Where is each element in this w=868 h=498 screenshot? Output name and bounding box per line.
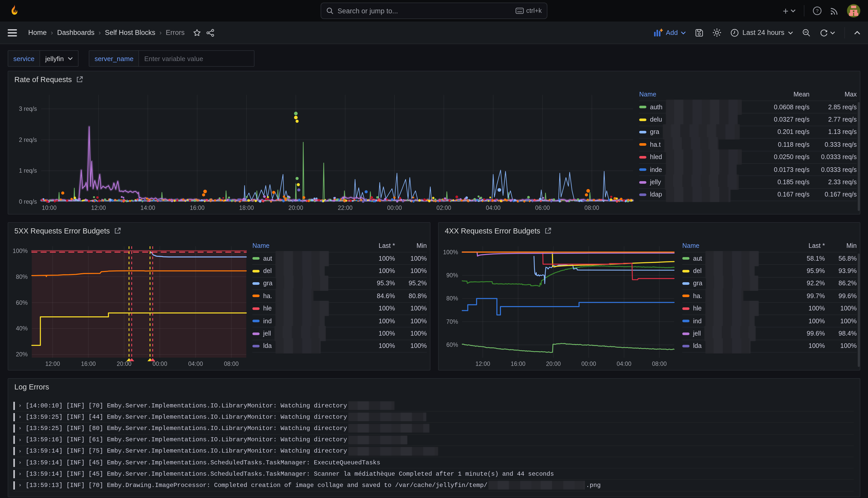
log-row[interactable]: › [14:00:10] [INF] [70] Emby.Server.Impl… [13, 400, 854, 411]
divider [844, 27, 845, 38]
series-name: hle [693, 305, 702, 312]
top-nav: Search or jump to... ctrl+k + ? [0, 0, 868, 22]
log-row[interactable]: › [13:59:16] [INF] [61] Emby.Server.Impl… [13, 434, 854, 446]
series-max-value: 0.0333 req/s [810, 166, 857, 173]
breadcrumb-home[interactable]: Home [28, 29, 47, 37]
expand-log-chevron-icon[interactable]: › [18, 403, 22, 408]
log-level-bar [13, 436, 15, 444]
search-input[interactable]: Search or jump to... ctrl+k [321, 3, 547, 19]
chevron-up-icon [854, 30, 860, 35]
panel-header[interactable]: Rate of Requests [8, 71, 860, 88]
legend-header: Name Mean Max [639, 88, 857, 101]
expand-log-chevron-icon[interactable]: › [18, 483, 22, 488]
log-row[interactable]: › [13:59:25] [INF] [80] Emby.Server.Impl… [13, 423, 854, 434]
expand-log-chevron-icon[interactable]: › [18, 414, 22, 420]
external-link-icon[interactable] [76, 76, 83, 83]
legend-header-name[interactable]: Name [639, 91, 755, 98]
series-name: delu [650, 116, 662, 123]
server-name-variable-input[interactable] [139, 50, 254, 67]
legend-header-min[interactable]: Min [825, 242, 857, 249]
legend-header-name[interactable]: Name [682, 242, 788, 249]
service-variable-label: service [8, 50, 40, 67]
series-color-swatch [639, 143, 646, 146]
log-message: [13:59:14] [INF] [75] Emby.Server.Implem… [26, 448, 347, 455]
legend-header-name[interactable]: Name [252, 242, 358, 249]
share-button[interactable] [206, 28, 214, 37]
expand-log-chevron-icon[interactable]: › [18, 460, 22, 466]
series-last-value: 84.6% [358, 292, 395, 300]
grafana-logo-icon[interactable] [8, 4, 21, 17]
panel-header[interactable]: 4XX Requests Error Budgets [439, 223, 860, 239]
series-color-swatch [252, 320, 259, 322]
legend-row[interactable]: ldap 0.167 req/s 0.167 req/s [639, 188, 857, 201]
series-color-swatch [682, 257, 690, 260]
external-link-icon[interactable] [544, 227, 551, 235]
svg-text:100%: 100% [443, 249, 458, 255]
panel-header[interactable]: 5XX Requests Error Budgets [8, 223, 430, 239]
legend-row[interactable]: lda 100% 100% [682, 340, 857, 353]
expand-log-chevron-icon[interactable]: › [18, 425, 22, 431]
add-panel-button[interactable]: Add [654, 29, 686, 37]
log-row[interactable]: › [13:59:14] [INF] [45] Emby.Server.Impl… [13, 469, 854, 480]
series-max-value: 0.167 req/s [810, 191, 857, 198]
legend-header-min[interactable]: Min [395, 242, 427, 249]
svg-text:14:00: 14:00 [141, 205, 156, 211]
log-row[interactable]: › [13:59:25] [INF] [44] Emby.Server.Impl… [13, 411, 854, 423]
legend-header-last[interactable]: Last * [358, 242, 395, 249]
series-last-value: 100% [358, 267, 395, 275]
collapse-toolbar-button[interactable] [854, 30, 860, 35]
svg-text:08:00: 08:00 [585, 205, 599, 211]
news-button[interactable] [830, 6, 839, 15]
svg-text:00:00: 00:00 [387, 205, 402, 211]
svg-text:40%: 40% [16, 325, 28, 332]
expand-log-chevron-icon[interactable]: › [18, 437, 22, 443]
series-name: lda [263, 342, 272, 350]
refresh-button[interactable] [820, 28, 835, 37]
5xx-chart[interactable]: 20%40%60%80%100%12:0016:0020:0000:0004:0… [8, 239, 251, 370]
svg-text:80%: 80% [446, 295, 458, 302]
4xx-chart[interactable]: 60%70%80%90%100%12:0016:0020:0000:0004:0… [439, 239, 681, 370]
expand-log-chevron-icon[interactable]: › [18, 448, 22, 454]
series-last-value: 58.1% [788, 255, 825, 262]
panel-header[interactable]: Log Errors [8, 379, 860, 395]
svg-text:06:00: 06:00 [535, 205, 550, 211]
redacted-log-text [348, 401, 394, 410]
series-min-value: 86.2% [825, 280, 857, 287]
favorite-button[interactable] [193, 28, 201, 37]
series-last-value: 92.2% [788, 280, 825, 287]
time-range-picker[interactable]: Last 24 hours [731, 28, 793, 37]
avatar[interactable] [847, 4, 860, 17]
svg-text:16:00: 16:00 [81, 361, 96, 367]
series-color-swatch [252, 345, 259, 348]
legend-row[interactable]: lda 100% 100% [252, 340, 427, 353]
help-button[interactable]: ? [813, 6, 822, 15]
series-color-swatch [639, 106, 646, 108]
external-link-icon[interactable] [114, 227, 121, 235]
log-row[interactable]: › [13:59:13] [INF] [70] Emby.Drawing.Ima… [13, 480, 854, 491]
series-name: gra [263, 280, 272, 287]
legend-header-mean[interactable]: Mean [755, 91, 810, 98]
svg-text:04:00: 04:00 [188, 361, 203, 367]
new-dropdown-button[interactable]: + [783, 6, 796, 16]
svg-text:22:00: 22:00 [338, 205, 353, 211]
dashboard-settings-button[interactable] [712, 28, 721, 37]
log-row[interactable]: › [13:59:14] [INF] [75] Emby.Server.Impl… [13, 446, 854, 457]
series-min-value: 100% [395, 255, 427, 262]
breadcrumb-dashboards[interactable]: Dashboards [57, 29, 95, 37]
series-name: inde [650, 166, 662, 173]
legend-header-max[interactable]: Max [810, 91, 857, 98]
legend-header-last[interactable]: Last * [788, 242, 825, 249]
menu-toggle-button[interactable] [8, 29, 17, 36]
series-last-value: 100% [788, 305, 825, 312]
breadcrumb-folder[interactable]: Self Host Blocks [105, 29, 156, 37]
expand-log-chevron-icon[interactable]: › [18, 471, 22, 477]
series-color-swatch [682, 282, 690, 285]
breadcrumb-current: Errors [166, 29, 185, 37]
rate-chart[interactable]: 0 req/s1 req/s2 req/s3 req/s10:0012:0014… [8, 88, 638, 214]
zoom-out-button[interactable] [802, 28, 811, 37]
save-dashboard-button[interactable] [695, 28, 703, 37]
service-variable-select[interactable]: jellyfin [40, 50, 79, 67]
legend-scrollbar[interactable] [858, 102, 860, 211]
legend-scrollbar[interactable] [858, 253, 860, 367]
log-row[interactable]: › [13:59:14] [INF] [45] Emby.Server.Impl… [13, 457, 854, 469]
